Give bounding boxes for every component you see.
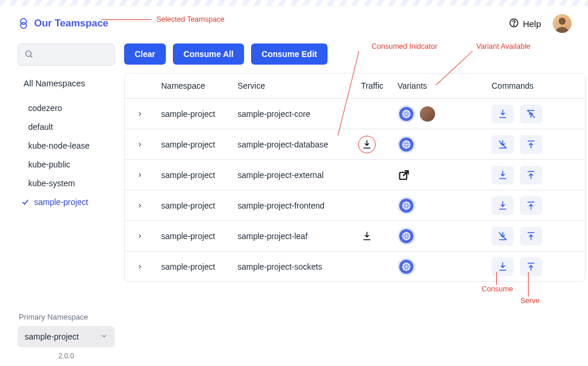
expand-toggle[interactable] xyxy=(125,263,155,271)
cell-traffic xyxy=(349,231,385,241)
search-input[interactable] xyxy=(38,50,108,59)
expand-toggle[interactable] xyxy=(125,171,155,179)
sidebar-namespace-item[interactable]: kube-system xyxy=(18,174,115,193)
cell-traffic xyxy=(349,136,385,153)
cell-commands xyxy=(486,166,581,184)
search-input-container[interactable] xyxy=(18,43,115,66)
cell-service: sample-project-external xyxy=(232,170,349,180)
search-icon xyxy=(24,49,34,61)
sidebar: All Namespaces codezerodefaultkube-node-… xyxy=(18,43,115,366)
annotation-serve: Serve xyxy=(520,297,540,305)
cell-commands xyxy=(486,227,581,246)
expand-toggle[interactable] xyxy=(125,140,155,149)
variant-user-avatar[interactable] xyxy=(419,105,436,123)
kubernetes-wheel-icon[interactable] xyxy=(397,197,415,214)
cell-namespace: sample-project xyxy=(155,170,232,180)
primary-namespace-label: Primary Namespace xyxy=(18,313,115,321)
upload-button[interactable] xyxy=(520,135,542,154)
consumed-indicator-icon xyxy=(362,231,372,241)
consume-edit-button[interactable]: Consume Edit xyxy=(251,43,328,65)
main-content: Consumed Inidcator Variant Available Cle… xyxy=(115,43,586,366)
cell-namespace: sample-project xyxy=(155,201,232,210)
svg-point-3 xyxy=(26,51,31,56)
cell-commands xyxy=(486,135,581,154)
cell-variants xyxy=(385,105,486,123)
download-button[interactable] xyxy=(492,257,514,276)
sidebar-all-namespaces[interactable]: All Namespaces xyxy=(18,74,115,93)
sidebar-namespace-item[interactable]: sample-project xyxy=(18,193,115,211)
cell-commands xyxy=(486,105,581,123)
chevron-down-icon xyxy=(101,332,108,341)
table-row: sample-projectsample-project-core xyxy=(125,98,585,129)
col-variants: Variants xyxy=(385,81,486,90)
primary-namespace-select[interactable]: sample-project xyxy=(18,326,115,347)
cell-commands xyxy=(486,257,581,276)
no-download-button[interactable] xyxy=(492,227,514,246)
kubernetes-wheel-icon[interactable] xyxy=(397,105,415,123)
svg-point-1 xyxy=(514,25,514,25)
download-button[interactable] xyxy=(492,196,514,215)
app-header: Our Teamspace Help xyxy=(0,6,588,43)
consume-all-button[interactable]: Consume All xyxy=(173,43,244,65)
kubernetes-wheel-icon[interactable] xyxy=(397,136,415,153)
upload-button[interactable] xyxy=(520,196,542,215)
consumed-indicator-icon xyxy=(358,136,376,153)
teamspace-name[interactable]: Our Teamspace xyxy=(34,18,108,29)
help-button[interactable]: Help xyxy=(509,18,541,30)
help-icon xyxy=(509,18,519,30)
sidebar-namespace-item[interactable]: kube-public xyxy=(18,155,115,174)
expand-toggle[interactable] xyxy=(125,110,155,118)
table-row: sample-projectsample-project-frontend xyxy=(125,190,585,220)
decorative-stripes xyxy=(0,0,588,6)
table-row: sample-projectsample-project-external xyxy=(125,159,585,190)
cell-service: sample-project-sockets xyxy=(232,262,349,271)
expand-toggle[interactable] xyxy=(125,202,155,210)
cell-namespace: sample-project xyxy=(155,231,232,241)
sidebar-namespace-item[interactable]: default xyxy=(18,117,115,136)
cell-variants xyxy=(385,227,486,245)
col-traffic: Traffic xyxy=(349,81,385,90)
upload-button[interactable] xyxy=(520,227,542,246)
help-label: Help xyxy=(523,19,541,29)
no-download-button[interactable] xyxy=(492,135,514,154)
version-label: 2.0.0 xyxy=(18,352,115,360)
services-table: Namespace Service Traffic Variants Comma… xyxy=(124,73,586,282)
table-row: sample-projectsample-project-leaf xyxy=(125,220,585,251)
download-button[interactable] xyxy=(492,166,514,184)
col-commands: Commands xyxy=(486,81,581,90)
cell-service: sample-project-database xyxy=(232,140,349,149)
external-link-icon[interactable] xyxy=(397,169,410,182)
clear-button[interactable]: Clear xyxy=(124,43,166,65)
download-button[interactable] xyxy=(492,105,514,123)
upload-button[interactable] xyxy=(520,166,542,184)
cell-variants xyxy=(385,258,486,276)
table-row: sample-projectsample-project-sockets xyxy=(125,251,585,281)
cell-namespace: sample-project xyxy=(155,140,232,149)
cell-service: sample-project-frontend xyxy=(232,201,349,210)
sidebar-namespace-item[interactable]: codezero xyxy=(18,99,115,117)
svg-point-2 xyxy=(559,18,566,25)
cell-commands xyxy=(486,196,581,215)
svg-line-4 xyxy=(31,56,32,58)
cell-service: sample-project-leaf xyxy=(232,231,349,241)
col-service: Service xyxy=(232,81,349,90)
table-row: sample-projectsample-project-database xyxy=(125,129,585,159)
upload-button[interactable] xyxy=(520,257,542,276)
cell-variants xyxy=(385,136,486,153)
cell-namespace: sample-project xyxy=(155,262,232,271)
toolbar: Clear Consume All Consume Edit xyxy=(124,43,586,65)
annotation-consume: Consume xyxy=(482,285,513,293)
sidebar-namespace-item[interactable]: kube-node-lease xyxy=(18,136,115,155)
teamspace-logo-icon xyxy=(18,18,29,29)
expand-toggle[interactable] xyxy=(125,232,155,240)
cell-variants xyxy=(385,169,486,182)
kubernetes-wheel-icon[interactable] xyxy=(397,227,415,245)
no-upload-button[interactable] xyxy=(520,105,542,123)
kubernetes-wheel-icon[interactable] xyxy=(397,258,415,276)
table-header-row: Namespace Service Traffic Variants Comma… xyxy=(125,73,585,98)
cell-namespace: sample-project xyxy=(155,109,232,119)
check-icon xyxy=(21,198,29,206)
user-avatar[interactable] xyxy=(553,14,572,33)
col-namespace: Namespace xyxy=(155,81,232,90)
cell-service: sample-project-core xyxy=(232,109,349,119)
